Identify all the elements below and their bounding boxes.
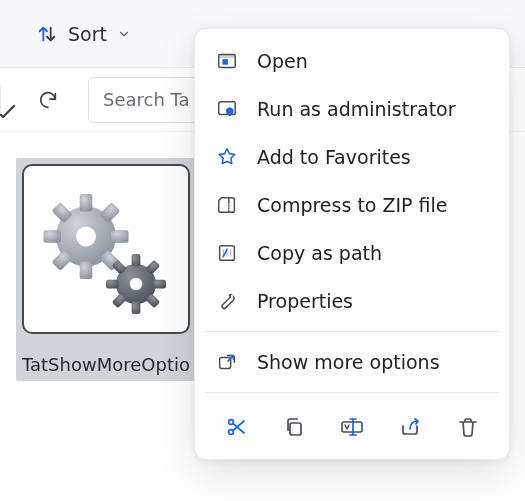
svg-rect-12 <box>132 302 141 315</box>
svg-rect-21 <box>219 55 236 59</box>
menu-item-run-as-admin[interactable]: Run as administrator <box>195 85 509 133</box>
menu-item-label: Open <box>257 50 308 72</box>
menu-item-add-favorites[interactable]: Add to Favorites <box>195 133 509 181</box>
file-thumbnail <box>22 164 190 334</box>
rename-icon <box>339 415 365 439</box>
star-icon <box>215 145 239 169</box>
gears-icon <box>31 174 181 324</box>
menu-item-label: Add to Favorites <box>257 146 411 168</box>
sort-icon <box>36 23 58 45</box>
svg-rect-29 <box>290 423 301 435</box>
svg-rect-1 <box>80 194 93 212</box>
sort-button[interactable]: Sort <box>36 23 131 45</box>
menu-separator <box>205 331 499 332</box>
menu-item-copy-as-path[interactable]: Copy as path <box>195 229 509 277</box>
copy-path-icon <box>215 241 239 265</box>
delete-button[interactable] <box>450 409 486 445</box>
wrench-icon <box>215 289 239 313</box>
refresh-button[interactable] <box>24 76 72 124</box>
svg-point-19 <box>130 278 143 291</box>
menu-item-label: Compress to ZIP file <box>257 194 448 216</box>
trash-icon <box>456 415 480 439</box>
svg-rect-22 <box>222 59 228 64</box>
chevron-down-icon <box>117 27 131 41</box>
share-icon <box>398 415 422 439</box>
shield-admin-icon <box>215 97 239 121</box>
sort-label: Sort <box>68 23 107 45</box>
file-name-label: TatShowMoreOptio <box>22 354 190 375</box>
svg-rect-30 <box>342 422 362 432</box>
copy-icon <box>282 415 306 439</box>
svg-rect-14 <box>154 280 167 289</box>
zip-icon <box>215 193 239 217</box>
check-icon <box>0 100 18 124</box>
file-tile[interactable]: TatShowMoreOptio <box>16 158 196 381</box>
svg-rect-2 <box>80 262 93 280</box>
copy-button[interactable] <box>276 409 312 445</box>
menu-item-label: Copy as path <box>257 242 382 264</box>
scissors-icon <box>224 415 248 439</box>
menu-item-open[interactable]: Open <box>195 37 509 85</box>
rename-button[interactable] <box>334 409 370 445</box>
context-menu: Open Run as administrator Add to Favorit… <box>194 28 510 460</box>
svg-rect-13 <box>106 280 119 289</box>
menu-separator <box>205 392 499 393</box>
menu-action-row <box>195 399 509 451</box>
svg-rect-4 <box>111 230 129 243</box>
menu-item-compress-zip[interactable]: Compress to ZIP file <box>195 181 509 229</box>
search-placeholder: Search Ta <box>103 89 190 110</box>
svg-rect-3 <box>44 230 62 243</box>
menu-item-show-more-options[interactable]: Show more options <box>195 338 509 386</box>
menu-item-label: Properties <box>257 290 353 312</box>
open-icon <box>215 49 239 73</box>
cut-button[interactable] <box>218 409 254 445</box>
menu-item-label: Run as administrator <box>257 98 456 120</box>
svg-point-9 <box>76 227 96 247</box>
menu-item-properties[interactable]: Properties <box>195 277 509 325</box>
more-options-icon <box>215 350 239 374</box>
svg-rect-11 <box>132 254 141 267</box>
share-button[interactable] <box>392 409 428 445</box>
menu-item-label: Show more options <box>257 351 440 373</box>
svg-point-25 <box>231 295 233 297</box>
